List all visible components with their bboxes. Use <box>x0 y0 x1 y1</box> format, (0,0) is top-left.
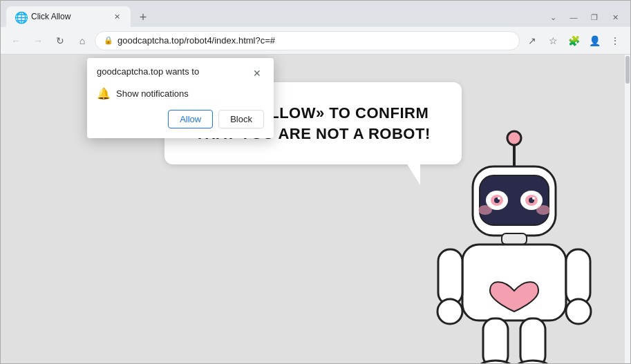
scrollbar[interactable] <box>625 55 630 363</box>
minimize-button[interactable]: — <box>564 10 583 24</box>
reload-button[interactable]: ↻ <box>50 31 70 50</box>
window-controls: ⌄ — ❐ ✕ <box>543 10 625 27</box>
bookmark-button[interactable]: ☆ <box>543 31 563 50</box>
svg-point-21 <box>478 361 514 363</box>
home-button[interactable]: ⌂ <box>73 31 92 50</box>
address-bar[interactable]: 🔒 goodcaptcha.top/robot4/index.html?c=# <box>95 31 520 50</box>
robot-illustration <box>424 128 604 363</box>
svg-point-11 <box>532 197 535 200</box>
profile-button[interactable]: 👤 <box>585 31 604 50</box>
toolbar-actions: ↗ ☆ 🧩 👤 ⋮ <box>522 31 625 50</box>
tab-title: Click Allow <box>31 12 106 21</box>
svg-point-17 <box>437 299 462 324</box>
tab-close-button[interactable]: ✕ <box>111 11 122 22</box>
forward-button[interactable]: → <box>28 31 48 50</box>
toolbar: ← → ↻ ⌂ 🔒 goodcaptcha.top/robot4/index.h… <box>1 27 630 55</box>
svg-rect-22 <box>520 318 545 363</box>
browser-frame: 🌐 Click Allow ✕ + ⌄ — ❐ ✕ ← → ↻ ⌂ 🔒 good… <box>0 0 631 364</box>
svg-rect-16 <box>438 249 462 305</box>
svg-rect-14 <box>502 233 527 245</box>
notif-permission-row: 🔔 Show notifications <box>97 87 264 100</box>
allow-button[interactable]: Allow <box>168 110 213 128</box>
extensions-button[interactable]: 🧩 <box>564 31 583 50</box>
notification-popup: goodcaptcha.top wants to ✕ 🔔 Show notifi… <box>87 58 274 138</box>
svg-point-10 <box>498 197 500 200</box>
notif-domain-text: goodcaptcha.top wants to <box>97 66 199 77</box>
active-tab[interactable]: 🌐 Click Allow ✕ <box>6 6 131 27</box>
notif-header: goodcaptcha.top wants to ✕ <box>97 66 264 80</box>
bell-icon: 🔔 <box>97 87 111 100</box>
scrollbar-thumb[interactable] <box>625 56 630 84</box>
svg-rect-20 <box>483 318 508 363</box>
svg-point-12 <box>478 205 492 215</box>
maximize-button[interactable]: ❐ <box>585 10 604 24</box>
notif-close-button[interactable]: ✕ <box>250 66 264 80</box>
chevron-down-icon[interactable]: ⌄ <box>543 10 563 24</box>
notif-permission-label: Show notifications <box>116 88 189 99</box>
svg-point-1 <box>507 131 521 145</box>
svg-point-19 <box>566 299 591 324</box>
svg-point-23 <box>515 361 551 363</box>
tab-favicon: 🌐 <box>15 11 26 22</box>
lock-icon: 🔒 <box>104 36 113 45</box>
svg-point-13 <box>536 205 550 215</box>
share-button[interactable]: ↗ <box>522 31 542 50</box>
back-button[interactable]: ← <box>6 31 26 50</box>
url-text: goodcaptcha.top/robot4/index.html?c=# <box>117 35 511 46</box>
tab-bar: 🌐 Click Allow ✕ + ⌄ — ❐ ✕ <box>1 1 630 27</box>
new-tab-button[interactable]: + <box>133 8 153 27</box>
notif-action-buttons: Allow Block <box>97 110 264 128</box>
more-menu-button[interactable]: ⋮ <box>605 31 625 50</box>
close-window-button[interactable]: ✕ <box>605 10 625 24</box>
block-button[interactable]: Block <box>218 110 264 128</box>
svg-rect-18 <box>566 249 590 305</box>
content-area: goodcaptcha.top wants to ✕ 🔔 Show notifi… <box>1 55 630 363</box>
